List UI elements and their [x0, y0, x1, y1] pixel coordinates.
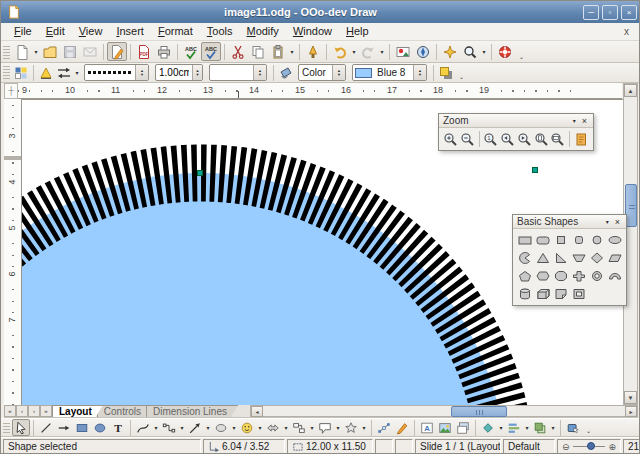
zoom-icon[interactable]: [460, 42, 480, 61]
entire-page-icon[interactable]: [533, 130, 550, 148]
zoom-percent-cell[interactable]: 216%: [623, 439, 640, 454]
selection-handle[interactable]: [197, 170, 203, 176]
document-as-email-icon[interactable]: [80, 42, 100, 61]
shape-octagon-icon[interactable]: [552, 267, 570, 285]
select-tool-icon[interactable]: [12, 419, 30, 436]
toolbar-grip[interactable]: [3, 422, 10, 434]
shape-circle-icon[interactable]: [588, 231, 606, 249]
toolbar-grip[interactable]: [3, 44, 10, 59]
zoom-in-slider-icon[interactable]: ⊕: [608, 442, 616, 452]
glue-points-icon[interactable]: [393, 419, 411, 436]
alignment-icon[interactable]: [505, 419, 523, 436]
shape-rounded-square-icon[interactable]: [570, 231, 588, 249]
shape-hexagon-icon[interactable]: [534, 267, 552, 285]
new-document-dropdown[interactable]: ▾: [32, 48, 40, 55]
alignment-dropdown[interactable]: ▾: [523, 424, 531, 431]
menu-file[interactable]: File: [7, 23, 39, 40]
toolbar-overflow[interactable]: ⌄: [519, 53, 524, 62]
arrow-style-dropdown[interactable]: ▾: [73, 69, 81, 76]
minimize-button[interactable]: ─: [583, 5, 599, 20]
line-style-select[interactable]: ▲▼: [84, 64, 149, 81]
save-icon[interactable]: [60, 42, 80, 61]
text-tool-icon[interactable]: T: [109, 419, 127, 436]
navigator-icon[interactable]: [413, 42, 433, 61]
shape-rectangle-icon[interactable]: [516, 231, 534, 249]
toolbar-overflow[interactable]: ⌄: [459, 73, 464, 82]
curve-dropdown[interactable]: ▾: [152, 424, 160, 431]
menu-edit[interactable]: Edit: [39, 23, 72, 40]
zoom-in-icon[interactable]: [442, 130, 459, 148]
shape-circle-pie-icon[interactable]: [516, 249, 534, 267]
close-button[interactable]: ×: [621, 5, 637, 20]
spellcheck-icon[interactable]: ABC: [181, 42, 201, 61]
line-width-input[interactable]: [156, 67, 192, 78]
dashed-circle-shape[interactable]: [22, 173, 507, 405]
scroll-up-button[interactable]: ▲: [624, 84, 637, 97]
flowcharts-dropdown[interactable]: ▾: [308, 424, 316, 431]
selection-handle[interactable]: [532, 167, 538, 173]
horizontal-scroll-thumb[interactable]: [451, 406, 507, 417]
zoom-next-icon[interactable]: [516, 130, 533, 148]
lines-and-arrows-icon[interactable]: [186, 419, 204, 436]
undo-icon[interactable]: [330, 42, 350, 61]
menu-format[interactable]: Format: [151, 23, 200, 40]
fill-type-select[interactable]: Color ▲▼: [298, 64, 346, 81]
area-icon[interactable]: [277, 64, 295, 81]
line-arrow-tool-icon[interactable]: [55, 419, 73, 436]
panel-close-icon[interactable]: ×: [613, 217, 622, 227]
menu-modify[interactable]: Modify: [239, 23, 285, 40]
zoom-100-icon[interactable]: 1: [482, 130, 499, 148]
object-size-cell[interactable]: 12.00 x 11.50: [287, 439, 373, 454]
undo-dropdown[interactable]: ▾: [350, 48, 358, 55]
shape-trapezoid-icon[interactable]: [570, 249, 588, 267]
scroll-down-button[interactable]: ▼: [624, 391, 637, 404]
gallery-icon[interactable]: [393, 42, 413, 61]
fill-color-spinner[interactable]: ▲▼: [413, 65, 426, 80]
tab-first-button[interactable]: «: [4, 405, 16, 417]
spin-down-icon[interactable]: ▼: [140, 73, 144, 77]
tab-next-button[interactable]: ›: [28, 405, 40, 417]
paste-dropdown[interactable]: ▾: [288, 48, 296, 55]
spin-down-icon[interactable]: ▼: [196, 73, 200, 77]
menu-help[interactable]: Help: [339, 23, 376, 40]
line-color-spinner[interactable]: ▲▼: [253, 65, 266, 80]
basic-shapes-titlebar[interactable]: Basic Shapes ▾ ×: [513, 215, 626, 229]
stars-dropdown[interactable]: ▾: [360, 424, 368, 431]
shadow-icon[interactable]: [437, 64, 455, 81]
line-color-select[interactable]: ▲▼: [209, 64, 267, 81]
line-width-spinner[interactable]: ▲▼: [192, 65, 202, 80]
title-bar[interactable]: image11.odg - OOo-dev Draw ─ ▫ ×: [1, 1, 640, 23]
flowcharts-icon[interactable]: [290, 419, 308, 436]
shape-isosceles-triangle-icon[interactable]: [534, 249, 552, 267]
print-icon[interactable]: [154, 42, 174, 61]
line-tool-icon[interactable]: [37, 419, 55, 436]
shape-rounded-rectangle-icon[interactable]: [534, 231, 552, 249]
shape-parallelogram-icon[interactable]: [606, 249, 624, 267]
block-arrows-icon[interactable]: [264, 419, 282, 436]
shape-frame-icon[interactable]: [570, 285, 588, 303]
arrow-style-icon[interactable]: [55, 64, 73, 81]
redo-icon[interactable]: [358, 42, 378, 61]
symbol-shapes-dropdown[interactable]: ▾: [256, 424, 264, 431]
shape-square-icon[interactable]: [552, 231, 570, 249]
auto-spellcheck-icon[interactable]: ABC: [201, 42, 221, 61]
horizontal-ruler[interactable]: 9 10 11 12 13 14 15 16 17 18 19: [18, 83, 622, 99]
menu-tools[interactable]: Tools: [200, 23, 240, 40]
connector-tool-icon[interactable]: [160, 419, 178, 436]
menu-view[interactable]: View: [72, 23, 110, 40]
tab-prev-button[interactable]: ‹: [16, 405, 28, 417]
zoom-dropdown[interactable]: ▾: [480, 48, 488, 55]
menu-insert[interactable]: Insert: [109, 23, 151, 40]
zoom-previous-icon[interactable]: [499, 130, 516, 148]
shape-folded-corner-icon[interactable]: [552, 285, 570, 303]
spin-down-icon[interactable]: ▼: [337, 73, 341, 77]
maximize-button[interactable]: ▫: [602, 5, 618, 20]
ellipse-tool-icon[interactable]: [91, 419, 109, 436]
shift-icon[interactable]: [573, 130, 590, 148]
panel-menu-icon[interactable]: ▾: [602, 218, 613, 225]
basic-shapes-tool-icon[interactable]: [212, 419, 230, 436]
stars-icon[interactable]: [342, 419, 360, 436]
zoom-slider-thumb[interactable]: [587, 442, 595, 450]
rotate-dropdown[interactable]: ▾: [497, 424, 505, 431]
fontwork-gallery-icon[interactable]: A: [418, 419, 436, 436]
